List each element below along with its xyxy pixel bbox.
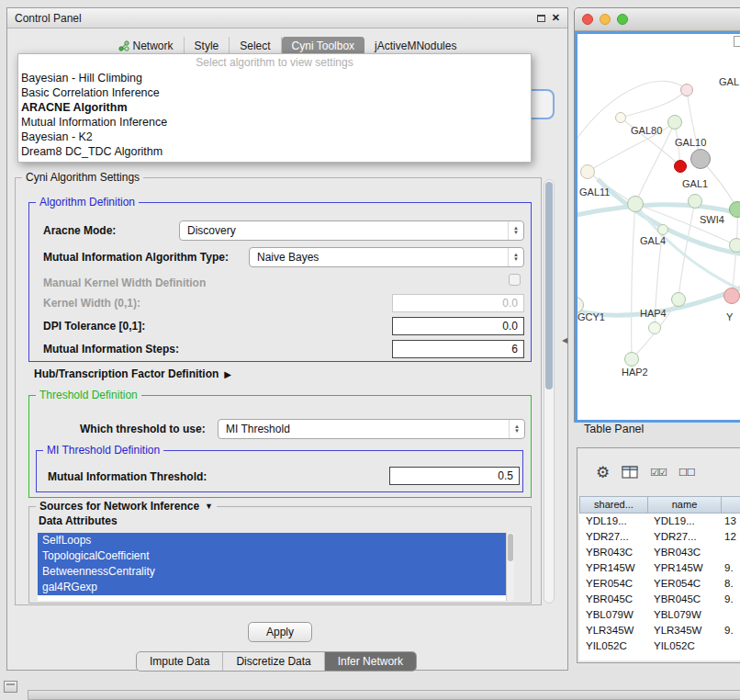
tab-select[interactable]: Select: [230, 37, 281, 55]
attribute-list-scrollbar[interactable]: [506, 533, 514, 601]
tab-impute-data[interactable]: Impute Data: [137, 652, 223, 671]
network-node[interactable]: [690, 149, 711, 169]
scrollbar-thumb[interactable]: [545, 182, 553, 390]
dpi-tolerance-field[interactable]: 0.0: [392, 317, 524, 335]
column-header[interactable]: shared...: [580, 497, 648, 513]
columns-icon[interactable]: [622, 466, 638, 479]
column-header[interactable]: [722, 497, 740, 513]
table-cell: 13: [721, 514, 740, 529]
overview-box[interactable]: [734, 36, 740, 47]
table-row[interactable]: YBR043CYBR043C: [579, 545, 740, 560]
network-node[interactable]: [580, 164, 595, 179]
column-header[interactable]: name: [648, 497, 722, 513]
clear-all-checkboxes-icon[interactable]: ☐☐: [678, 467, 695, 479]
scrollbar-thumb[interactable]: [508, 534, 513, 561]
group-title: Threshold Definition: [36, 389, 141, 401]
network-node[interactable]: [674, 160, 687, 173]
tab-jactivemnodules[interactable]: jActiveMNodules: [364, 37, 466, 55]
attribute-list-item[interactable]: TopologicalCoefficient: [38, 548, 514, 564]
cyni-algorithm-settings-group: Cyni Algorithm Settings Algorithm Defini…: [15, 177, 542, 605]
network-node[interactable]: [671, 292, 686, 307]
manual-kernel-label: Manual Kernel Width Definition: [43, 277, 206, 289]
mi-threshold-field[interactable]: 0.5: [389, 467, 520, 485]
attribute-list-item[interactable]: SelfLoops: [38, 533, 514, 548]
tab-infer-network[interactable]: Infer Network: [325, 652, 416, 671]
which-threshold-select[interactable]: MI Threshold ▲▼: [218, 419, 525, 439]
sources-expander[interactable]: Sources for Network Inference ▼: [36, 500, 217, 513]
table-cell: YDR27...: [647, 529, 721, 545]
kernel-width-field[interactable]: 0.0: [392, 294, 524, 312]
bottom-tab-bar: Impute Data Discretize Data Infer Networ…: [136, 651, 417, 672]
manual-kernel-checkbox[interactable]: [509, 274, 521, 286]
network-node[interactable]: [657, 224, 668, 235]
attribute-list-item[interactable]: BetweennessCentrality: [38, 564, 514, 580]
settings-scrollbar[interactable]: [544, 179, 555, 604]
network-node-label: GAL11: [579, 186, 610, 198]
algorithm-option[interactable]: Mutual Information Inference: [18, 115, 531, 130]
selected-value: Naive Bayes: [257, 251, 319, 264]
collapsed-bottom-panel[interactable]: [28, 690, 740, 700]
table-row[interactable]: YBR045CYBR045C9.: [579, 592, 740, 607]
apply-button[interactable]: Apply: [248, 622, 312, 642]
attribute-list-items: SelfLoopsTopologicalCoefficientBetweenne…: [38, 533, 514, 595]
close-icon[interactable]: ✕: [552, 13, 560, 23]
network-node[interactable]: [648, 322, 661, 334]
table-row[interactable]: YIL052CYIL052C: [579, 638, 740, 654]
mi-steps-field[interactable]: 6: [392, 340, 524, 358]
table-cell: YDL19...: [647, 514, 721, 529]
tab-label: Style: [195, 40, 219, 52]
field-value: 6: [511, 343, 518, 356]
table-row[interactable]: YER054CYER054C8.: [579, 576, 740, 592]
tab-style[interactable]: Style: [185, 37, 230, 55]
zoom-traffic-light-icon[interactable]: [617, 14, 628, 25]
network-node[interactable]: [723, 288, 740, 304]
aracne-mode-label: Aracne Mode:: [43, 224, 116, 237]
float-window-icon[interactable]: [537, 15, 545, 22]
field-value: 0.5: [498, 469, 513, 482]
table-cell: YBR045C: [579, 592, 647, 607]
attribute-list[interactable]: SelfLoopsTopologicalCoefficientBetweenne…: [38, 533, 514, 601]
minimize-traffic-light-icon[interactable]: [600, 14, 611, 25]
network-node[interactable]: [667, 115, 682, 130]
close-traffic-light-icon[interactable]: [582, 14, 593, 25]
algorithm-option[interactable]: Bayesian - Hill Climbing: [18, 71, 531, 85]
aracne-mode-select[interactable]: Discovery ▲▼: [179, 220, 524, 241]
panel-collapse-arrow[interactable]: ◀: [562, 336, 567, 344]
network-canvas[interactable]: GALGAL80GAL10GAL11GAL1SWI4GAL4GCY1HAP4YH…: [575, 31, 740, 423]
mi-algorithm-type-select[interactable]: Naive Bayes ▲▼: [249, 247, 524, 267]
tab-network[interactable]: Network: [108, 37, 185, 55]
gear-icon[interactable]: ⚙: [596, 465, 610, 480]
table-row[interactable]: YPR145WYPR145W9.: [579, 560, 740, 576]
table-row[interactable]: YBL079WYBL079W: [579, 607, 740, 623]
algorithm-option[interactable]: Bayesian - K2: [18, 130, 531, 144]
table-row[interactable]: YLR345WYLR345W9.: [579, 623, 740, 638]
kernel-width-label: Kernel Width (0,1):: [43, 297, 140, 310]
algorithm-option[interactable]: Basic Correlation Inference: [18, 85, 531, 100]
group-title: Cyni Algorithm Settings: [22, 171, 143, 184]
network-node[interactable]: [729, 201, 740, 218]
combo-arrows-icon: ▲▼: [508, 248, 523, 266]
table-cell: YDR27...: [579, 529, 647, 545]
network-node[interactable]: [615, 112, 626, 123]
tab-cyni-toolbox[interactable]: Cyni Toolbox: [282, 37, 364, 55]
hub-definition-expander[interactable]: Hub/Transcription Factor Definition ▶: [34, 367, 231, 380]
algorithm-option[interactable]: Dream8 DC_TDC Algorithm: [18, 144, 531, 159]
minimized-window-icon[interactable]: [4, 681, 17, 693]
table-panel-window: ⚙ ☑☑ ☐☐ shared... name YDL19...YDL19...1…: [577, 447, 740, 663]
table-cell: YBR045C: [647, 592, 721, 607]
network-node[interactable]: [729, 238, 740, 253]
network-node[interactable]: [688, 194, 702, 209]
network-node[interactable]: [680, 84, 693, 96]
network-node[interactable]: [627, 196, 644, 212]
network-node[interactable]: [624, 352, 639, 367]
dpi-tolerance-label: DPI Tolerance [0,1]:: [43, 320, 145, 333]
algorithm-option[interactable]: ARACNE Algorithm: [18, 100, 531, 115]
select-all-checkboxes-icon[interactable]: ☑☑: [650, 467, 667, 479]
control-panel: Control Panel ✕ Network Style Select Cyn…: [6, 7, 568, 671]
table-row[interactable]: YDR27...YDR27...12: [579, 529, 740, 545]
tab-discretize-data[interactable]: Discretize Data: [223, 652, 324, 671]
expand-right-icon: ▶: [224, 369, 231, 379]
network-window-titlebar[interactable]: [575, 8, 740, 31]
attribute-list-item[interactable]: gal4RGexp: [38, 580, 514, 595]
table-row[interactable]: YDL19...YDL19...13: [579, 514, 740, 529]
